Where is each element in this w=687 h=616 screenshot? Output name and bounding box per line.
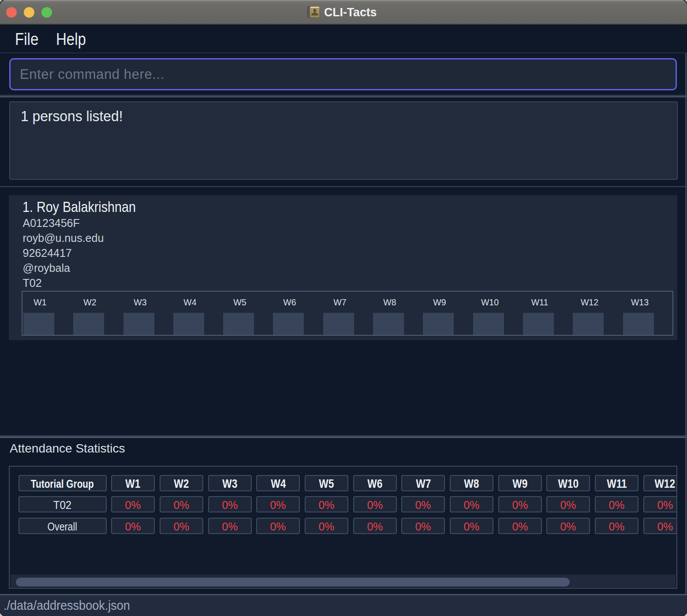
stats-value-cell-text: 0% — [657, 499, 673, 512]
stats-header-week: W5 — [305, 475, 348, 491]
divider — [0, 94, 687, 97]
stats-value-cell: 0% — [160, 518, 203, 534]
week-attendance-box[interactable] — [73, 313, 104, 335]
week-label: W3 — [126, 297, 154, 308]
person-name: 1. Roy Balakrishnan — [22, 198, 136, 216]
stats-header-week: W11 — [595, 475, 638, 491]
title-bar[interactable]: CLI-Tacts — [0, 0, 687, 25]
stats-header-week-text: W11 — [607, 477, 627, 491]
week-attendance-box[interactable] — [123, 313, 154, 335]
menu-file[interactable]: File — [15, 26, 38, 53]
person-details: A0123456F royb@u.nus.edu 92624417 @royba… — [23, 215, 104, 290]
stats-value-cell: 0% — [208, 518, 252, 534]
week-label: W5 — [226, 297, 254, 308]
week-attendance-box[interactable] — [173, 313, 204, 335]
stats-value-cell-text: 0% — [512, 499, 528, 512]
stats-value-cell: 0% — [498, 518, 542, 534]
stats-header-week-text: W2 — [174, 477, 189, 491]
stats-value-cell-text: 0% — [222, 520, 238, 533]
week-attendance-box[interactable] — [423, 313, 454, 335]
maximize-button[interactable] — [41, 7, 52, 18]
week-attendance-box[interactable] — [223, 313, 254, 335]
week-attendance-box[interactable] — [273, 313, 304, 335]
stats-value-cell-text: 0% — [125, 499, 141, 512]
attendance-table: Tutorial GroupW1W2W3W4W5W6W7W8W9W10W11W1… — [19, 475, 677, 539]
week-attendance-box[interactable] — [473, 313, 504, 335]
stats-header-week-text: W12 — [655, 477, 676, 491]
person-email: royb@u.nus.edu — [23, 230, 104, 245]
week-attendance-box[interactable] — [523, 313, 554, 335]
week-label: W2 — [76, 297, 105, 308]
divider — [0, 186, 687, 187]
stats-value-cell-text: 0% — [367, 499, 383, 512]
stats-value-cell-text: 0% — [319, 520, 335, 533]
week-label: W13 — [625, 297, 654, 308]
stats-value-cell-text: 0% — [560, 499, 576, 512]
result-text: 1 persons listed! — [21, 107, 123, 125]
week-label-row: W1W2W3W4W5W6W7W8W9W10W11W12W13 — [25, 292, 655, 313]
person-card[interactable]: 1. Roy Balakrishnan A0123456F royb@u.nus… — [9, 195, 677, 340]
week-label: W12 — [575, 297, 604, 308]
person-tutorial-group: T02 — [23, 275, 104, 290]
stats-value-cell: 0% — [450, 496, 493, 512]
close-button[interactable] — [6, 7, 17, 18]
stats-value-cell-text: 0% — [464, 499, 480, 512]
stats-header-week-text: W3 — [222, 477, 237, 491]
stats-value-cell-text: 0% — [222, 499, 238, 512]
stats-value-cell-text: 0% — [609, 499, 625, 512]
week-attendance-box[interactable] — [23, 313, 54, 335]
stats-header-week-text: W10 — [558, 477, 579, 491]
stats-header-week: W12 — [643, 475, 677, 491]
stats-header-week-text: W8 — [464, 477, 479, 491]
stats-value-cell-text: 0% — [173, 499, 189, 512]
stats-value-cell: 0% — [401, 496, 445, 512]
attendance-heading: Attendance Statistics — [10, 440, 125, 457]
stats-value-cell: 0% — [595, 496, 638, 512]
stats-value-cell: 0% — [353, 518, 397, 534]
week-label: W8 — [376, 297, 404, 308]
week-label: W11 — [525, 297, 554, 308]
stats-value-cell-text: 0% — [415, 499, 431, 512]
stats-row: Overall0%0%0%0%0%0%0%0%0%0%0%0%0% — [19, 518, 677, 534]
week-label: W9 — [426, 297, 454, 308]
result-display[interactable]: 1 persons listed! — [9, 101, 678, 180]
stats-header-week: W6 — [353, 475, 397, 491]
right-edge-line — [685, 53, 687, 594]
menu-bar: File Help — [0, 25, 687, 53]
stats-header-week: W9 — [498, 475, 542, 491]
stats-header-week-text: W5 — [319, 477, 334, 491]
stats-header-week: W7 — [401, 475, 445, 491]
week-label: W4 — [175, 297, 204, 308]
stats-value-cell: 0% — [256, 518, 300, 534]
stats-row-label: T02 — [19, 496, 107, 512]
stats-header-week-text: W6 — [367, 477, 382, 491]
week-attendance-box[interactable] — [623, 313, 654, 335]
menu-help[interactable]: Help — [56, 26, 86, 53]
stats-header-week: W3 — [208, 475, 252, 491]
stats-row-label: Overall — [19, 518, 107, 534]
stats-value-cell: 0% — [256, 496, 300, 512]
horizontal-scrollbar-thumb[interactable] — [16, 578, 570, 586]
stats-value-cell: 0% — [595, 518, 638, 534]
stats-header-week-text: W7 — [416, 477, 431, 491]
person-phone: 92624417 — [23, 245, 104, 260]
stats-value-cell-text: 0% — [512, 520, 528, 533]
person-student-id: A0123456F — [23, 215, 104, 230]
minimize-button[interactable] — [24, 7, 34, 18]
week-label: W10 — [475, 297, 504, 308]
stats-header-week-text: W1 — [126, 477, 141, 491]
data-file-path: ./data/addressbook.json — [4, 595, 130, 616]
stats-value-cell: 0% — [546, 518, 590, 534]
horizontal-scrollbar-track[interactable] — [11, 575, 676, 587]
stats-value-cell: 0% — [353, 496, 397, 512]
stats-value-cell-text: 0% — [415, 520, 431, 533]
command-placeholder: Enter command here... — [20, 67, 164, 82]
stats-value-cell: 0% — [546, 496, 590, 512]
app-window: CLI-Tacts File Help Enter command here..… — [0, 0, 687, 616]
stats-header-week-text: W9 — [512, 477, 527, 491]
week-attendance-box[interactable] — [373, 313, 404, 335]
week-attendance-box[interactable] — [573, 313, 604, 335]
stats-row: T020%0%0%0%0%0%0%0%0%0%0%0%0% — [19, 496, 677, 512]
week-attendance-box[interactable] — [323, 313, 354, 335]
command-input[interactable]: Enter command here... — [9, 58, 677, 90]
